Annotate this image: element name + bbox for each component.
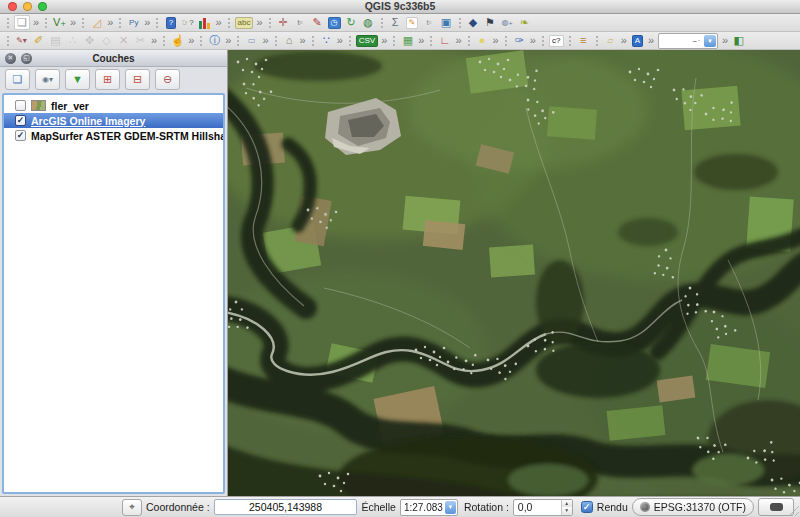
help-contents-button[interactable]: ? (163, 15, 178, 30)
field-calculator-button[interactable]: ✎ (405, 15, 420, 30)
new-project-button[interactable]: ❏ (14, 15, 30, 30)
toolbar-drag-handle[interactable] (595, 35, 599, 46)
overflow-chevron-icon[interactable]: » (107, 15, 113, 30)
statistics-button[interactable] (197, 15, 212, 30)
collapse-all-button[interactable]: ⊟ (125, 69, 150, 90)
add-raster-layer-button[interactable]: ▦ (400, 33, 415, 48)
overflow-chevron-icon[interactable]: » (381, 33, 387, 48)
crs-status-button[interactable]: EPSG:31370 (OTF) (632, 498, 754, 516)
layer-checkbox[interactable]: ✓ (15, 115, 26, 126)
overflow-chevron-icon[interactable]: » (188, 33, 194, 48)
labeling-button[interactable]: A (630, 33, 645, 48)
overflow-chevron-icon[interactable]: » (722, 33, 728, 48)
identify-features-button[interactable]: ⓘ (207, 33, 222, 48)
toolbar-drag-handle[interactable] (311, 35, 315, 46)
toggle-editing-button[interactable]: ✎▾ (14, 33, 29, 48)
overflow-chevron-icon[interactable]: » (262, 33, 268, 48)
close-window-button[interactable] (8, 2, 17, 11)
toolbar-drag-handle[interactable] (236, 35, 240, 46)
pan-map-button[interactable]: ☝ (170, 33, 185, 48)
layer-visibility-button[interactable]: ◉▾ (35, 69, 60, 90)
toolbar-drag-handle[interactable] (392, 35, 396, 46)
toolbar-drag-handle[interactable] (227, 17, 231, 28)
toolbar-drag-handle[interactable] (81, 17, 85, 28)
add-delimited-text-button[interactable]: CSV (356, 33, 378, 48)
layer-checkbox[interactable] (15, 100, 26, 111)
spin-up-icon[interactable]: ▲ (562, 500, 572, 508)
toolbar-drag-handle[interactable] (162, 35, 166, 46)
toolbar-drag-handle[interactable] (6, 17, 10, 28)
save-edits-button[interactable]: ▤ (48, 33, 63, 48)
draw-annotation-button[interactable]: ✐ (31, 33, 46, 48)
layer-order-button[interactable]: ≡ (576, 33, 591, 48)
toolbar-drag-handle[interactable] (504, 35, 508, 46)
toolbar-drag-handle[interactable] (380, 17, 384, 28)
chevron-down-icon[interactable]: ▼ (704, 35, 716, 47)
map-canvas[interactable] (228, 50, 800, 496)
toolbar-drag-handle[interactable] (155, 17, 159, 28)
toolbar-drag-handle[interactable] (348, 35, 352, 46)
layer-row-mapsurfer-aster-gdem-srtm-hillshade[interactable]: ✓MapSurfer ASTER GDEM-SRTM Hillshade (4, 128, 223, 143)
titlebar[interactable]: QGIS 9c336b5 (0, 0, 800, 14)
bookmark-button[interactable]: ● (475, 33, 490, 48)
overflow-chevron-icon[interactable]: » (33, 15, 39, 30)
overflow-chevron-icon[interactable]: » (151, 33, 157, 48)
print-composer-button[interactable]: ◿ (89, 15, 104, 30)
node-tool-button[interactable]: ◇ (99, 33, 114, 48)
chevron-down-icon[interactable]: ▼ (445, 501, 456, 514)
toolbar-drag-handle[interactable] (458, 17, 462, 28)
messages-button[interactable] (758, 498, 794, 516)
toolbar-drag-handle[interactable] (199, 35, 203, 46)
overflow-chevron-icon[interactable]: » (493, 33, 499, 48)
context-help-button[interactable]: c? (549, 33, 564, 48)
layer-row-arcgis-online-imagery[interactable]: ✓ArcGIS Online Imagery (4, 113, 223, 128)
overview-button[interactable]: ▱ (603, 33, 618, 48)
measure-button[interactable]: ∟ (437, 33, 452, 48)
layer-row-fler-ver[interactable]: fler_ver (4, 98, 223, 113)
overflow-chevron-icon[interactable]: » (530, 33, 536, 48)
sum-statistics-button[interactable]: Σ (388, 15, 403, 30)
overflow-chevron-icon[interactable]: » (621, 33, 627, 48)
float-panel-button[interactable]: ◱ (21, 53, 32, 64)
toolbar-drag-handle[interactable] (44, 17, 48, 28)
coordinate-display-toggle-button[interactable]: ⌖ (122, 499, 142, 516)
render-checkbox[interactable]: ✓ (581, 501, 593, 513)
toolbar-drag-handle[interactable] (118, 17, 122, 28)
overflow-chevron-icon[interactable]: » (256, 15, 262, 30)
toolbar-drag-handle[interactable] (467, 35, 471, 46)
close-panel-button[interactable]: ✕ (5, 53, 16, 64)
toolbar-drag-handle[interactable] (6, 35, 10, 46)
spin-down-icon[interactable]: ▼ (562, 507, 572, 515)
scale-combo[interactable]: 1:27.083 ▼ (400, 499, 458, 516)
style-brush-button[interactable]: ✑ (512, 33, 527, 48)
offline-editing-button[interactable]: t▫ (293, 15, 308, 30)
python-console-button[interactable]: Py (126, 15, 141, 30)
zoom-to-coordinate-button[interactable]: ✛ (276, 15, 291, 30)
move-feature-button[interactable]: ✥ (82, 33, 97, 48)
rotation-spinbox[interactable]: 0,0 ▲▼ (513, 499, 573, 516)
overflow-chevron-icon[interactable]: » (215, 15, 221, 30)
toolbar-drag-handle[interactable] (429, 35, 433, 46)
toolbar-drag-handle[interactable] (541, 35, 545, 46)
topology-checker-button[interactable]: ✎ (310, 15, 325, 30)
map-tips-button[interactable]: ▭ (244, 33, 259, 48)
toolbar-scale-combo[interactable]: –·▼ (658, 33, 718, 49)
minimize-window-button[interactable] (23, 2, 32, 11)
overflow-chevron-icon[interactable]: » (418, 33, 424, 48)
capture-point-button[interactable]: ∴ (65, 33, 80, 48)
overflow-chevron-icon[interactable]: » (225, 33, 231, 48)
globe-add-button[interactable]: ◍₊ (500, 15, 515, 30)
shield-plugin-button[interactable]: ◆ (466, 15, 481, 30)
overflow-chevron-icon[interactable]: » (337, 33, 343, 48)
spinner-steppers[interactable]: ▲▼ (561, 500, 572, 515)
db-manager-button[interactable]: ▣ (439, 15, 454, 30)
new-shapefile-button[interactable]: ⌂ (282, 33, 297, 48)
remove-layer-button[interactable]: ⊖ (155, 69, 180, 90)
coordinate-input[interactable] (214, 499, 358, 515)
overflow-chevron-icon[interactable]: » (455, 33, 461, 48)
cut-features-button[interactable]: ✂ (133, 33, 148, 48)
overflow-chevron-icon[interactable]: » (648, 33, 654, 48)
layer-checkbox[interactable]: ✓ (15, 130, 26, 141)
toolbar-drag-handle[interactable] (568, 35, 572, 46)
toolbar-drag-handle[interactable] (268, 17, 272, 28)
